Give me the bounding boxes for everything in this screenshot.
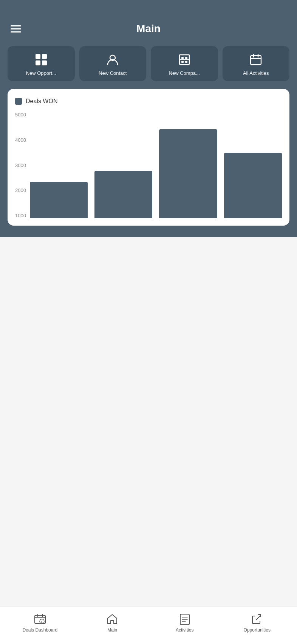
hamburger-line-3: [11, 31, 21, 33]
hamburger-line-1: [11, 25, 21, 26]
svg-rect-0: [36, 54, 40, 59]
quick-actions-bar: New Opport... New Contact: [8, 46, 289, 81]
svg-rect-2: [36, 60, 40, 65]
chart-bar-0: [30, 182, 88, 218]
hamburger-button[interactable]: [8, 22, 24, 36]
chart-bar-2: [159, 129, 217, 218]
svg-rect-3: [42, 60, 47, 65]
person-icon: [106, 53, 119, 67]
activities-icon: [179, 613, 191, 625]
y-label-4000: 4000: [15, 138, 26, 142]
nav-activities[interactable]: Activities: [148, 613, 221, 633]
y-axis: 5000 4000 3000 2000 1000: [15, 112, 26, 218]
chart-area: 5000 4000 3000 2000 1000: [15, 112, 282, 218]
svg-rect-8: [181, 61, 184, 63]
y-label-1000: 1000: [15, 213, 26, 218]
chart-bar-3: [224, 153, 282, 218]
building-icon: [178, 53, 191, 67]
all-activities-button[interactable]: All Activities: [223, 46, 290, 81]
nav-deals-dashboard[interactable]: $ Deals Dashboard: [4, 613, 76, 633]
new-opportunity-label: New Opport...: [26, 70, 56, 76]
opportunities-icon: [251, 613, 263, 625]
nav-main[interactable]: Main: [76, 613, 149, 633]
nav-opportunities[interactable]: Opportunities: [221, 613, 294, 633]
nav-opportunities-label: Opportunities: [244, 627, 271, 633]
svg-rect-6: [181, 57, 184, 59]
new-company-button[interactable]: New Compa...: [151, 46, 218, 81]
grid-icon: [34, 53, 48, 67]
new-opportunity-button[interactable]: New Opport...: [8, 46, 75, 81]
deals-dashboard-icon: $: [34, 613, 46, 625]
svg-rect-1: [42, 54, 47, 59]
calendar-icon: [249, 53, 263, 67]
bottom-nav: $ Deals Dashboard Main Activities: [0, 607, 297, 644]
y-label-5000: 5000: [15, 112, 26, 117]
chart-card: Deals WON 5000 4000 3000 2000 1000: [8, 89, 289, 226]
svg-rect-7: [185, 57, 187, 59]
nav-activities-label: Activities: [176, 627, 193, 633]
header: Main: [8, 0, 289, 46]
y-label-3000: 3000: [15, 163, 26, 168]
svg-text:$: $: [41, 620, 43, 624]
svg-rect-11: [251, 56, 261, 65]
all-activities-label: All Activities: [243, 70, 269, 76]
chart-bar-1: [94, 171, 152, 218]
y-label-2000: 2000: [15, 188, 26, 193]
bars-container: [30, 112, 282, 218]
home-icon: [106, 613, 118, 625]
chart-legend-label: Deals WON: [26, 98, 57, 105]
new-contact-label: New Contact: [99, 70, 127, 76]
nav-main-label: Main: [107, 627, 117, 633]
new-contact-button[interactable]: New Contact: [79, 46, 147, 81]
middle-section: [0, 237, 297, 607]
svg-rect-9: [185, 61, 187, 63]
hamburger-line-2: [11, 28, 21, 29]
legend-dot: [15, 98, 22, 105]
top-section: Main New Opport... Ne: [0, 0, 297, 237]
new-company-label: New Compa...: [169, 70, 200, 76]
chart-legend: Deals WON: [15, 98, 282, 105]
nav-deals-dashboard-label: Deals Dashboard: [22, 627, 57, 633]
page-title: Main: [136, 23, 161, 35]
